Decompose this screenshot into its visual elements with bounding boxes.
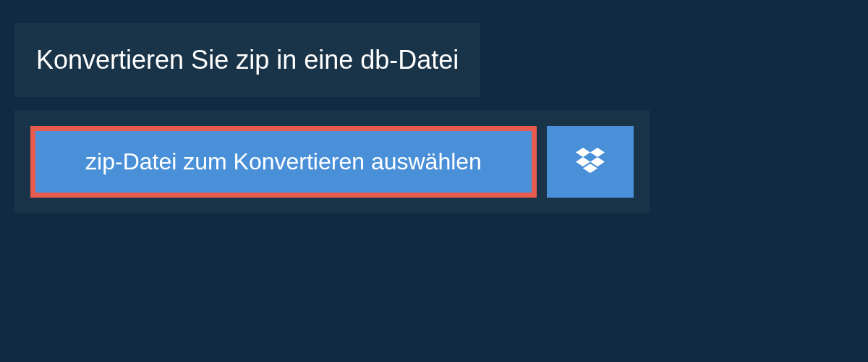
select-file-button[interactable]: zip-Datei zum Konvertieren auswählen — [30, 126, 537, 198]
select-file-label: zip-Datei zum Konvertieren auswählen — [85, 148, 482, 175]
upload-panel: zip-Datei zum Konvertieren auswählen — [14, 110, 650, 214]
dropbox-icon — [576, 148, 605, 176]
page-title: Konvertieren Sie zip in eine db-Datei — [36, 45, 459, 75]
header-bar: Konvertieren Sie zip in eine db-Datei — [14, 23, 480, 97]
dropbox-button[interactable] — [547, 126, 634, 198]
